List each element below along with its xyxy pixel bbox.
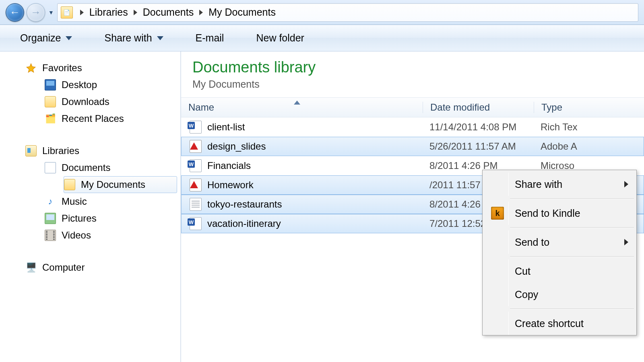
music-icon: ♪ (45, 196, 56, 207)
breadcrumb-item[interactable]: Documents (143, 6, 194, 18)
chevron-down-icon (157, 36, 163, 40)
recent-icon: 🗂️ (45, 113, 56, 124)
ctx-share-with[interactable]: Share with (483, 173, 636, 196)
forward-button[interactable]: → (27, 3, 45, 22)
button-label: E-mail (196, 32, 224, 44)
sidebar-item-desktop[interactable]: Desktop (44, 76, 177, 93)
chevron-right-icon (199, 10, 203, 15)
column-headers: Name Date modified Type (181, 97, 644, 117)
column-header-type[interactable]: Type (534, 102, 644, 113)
menu-label: Create shortcut (515, 318, 584, 329)
monitor-icon (45, 79, 56, 90)
file-name: Homework (207, 179, 254, 191)
sidebar-item-recent-places[interactable]: 🗂️ Recent Places (44, 110, 177, 127)
file-name: tokyo-restaurants (207, 199, 282, 210)
pdf-file-icon (190, 140, 202, 153)
file-date: 5/26/2011 11:57 AM (429, 141, 541, 152)
sidebar-item-my-documents[interactable]: My Documents (64, 176, 177, 193)
header-label: Type (541, 102, 562, 113)
item-label: Pictures (62, 213, 97, 224)
menu-label: Cut (515, 265, 530, 277)
button-label: Share with (104, 32, 152, 44)
separator (510, 256, 634, 257)
ctx-create-shortcut[interactable]: Create shortcut (483, 312, 636, 335)
ctx-send-to-kindle[interactable]: k Send to Kindle (483, 202, 636, 225)
item-label: Videos (62, 230, 91, 241)
breadcrumb-item[interactable]: Libraries (89, 6, 128, 18)
sidebar-item-downloads[interactable]: Downloads (44, 93, 177, 110)
word-file-icon (190, 121, 202, 134)
sidebar-item-documents[interactable]: Documents (44, 159, 177, 176)
picture-icon (45, 213, 56, 224)
item-label: My Documents (81, 179, 145, 190)
separator (510, 227, 634, 228)
button-label: New folder (256, 32, 304, 44)
item-label: Downloads (62, 96, 109, 107)
file-name: vacation-itinerary (207, 218, 281, 229)
favorites-group[interactable]: Favorites (25, 60, 177, 76)
email-button[interactable]: E-mail (196, 32, 224, 44)
item-label: Desktop (62, 79, 97, 90)
separator (510, 309, 634, 309)
menu-label: Copy (515, 289, 538, 300)
document-icon (45, 162, 56, 173)
group-label: Favorites (42, 62, 82, 74)
library-subtitle: My Documents (192, 78, 644, 90)
menu-label: Send to Kindle (515, 208, 580, 219)
file-name: Financials (207, 160, 251, 171)
header-label: Name (188, 102, 214, 113)
item-label: Computer (42, 262, 85, 273)
folder-icon (45, 96, 56, 107)
history-dropdown[interactable]: ▼ (48, 9, 54, 16)
library-title: Documents library (192, 59, 644, 76)
sidebar-item-videos[interactable]: Videos (44, 227, 177, 244)
navigation-pane: Favorites Desktop Downloads 🗂️ Recent Pl… (0, 51, 181, 362)
sort-ascending-icon (294, 101, 300, 105)
folder-icon (64, 179, 75, 190)
new-folder-button[interactable]: New folder (256, 32, 304, 44)
share-with-button[interactable]: Share with (104, 32, 163, 44)
arrow-left-icon: ← (10, 6, 20, 19)
button-label: Organize (20, 32, 61, 44)
file-type: Rich Tex (541, 121, 644, 133)
menu-label: Send to (515, 237, 549, 248)
ctx-send-to[interactable]: Send to (483, 230, 636, 254)
file-type: Adobe A (541, 141, 644, 152)
address-bar: ← → ▼ Libraries Documents My Documents (0, 0, 644, 25)
command-bar: Organize Share with E-mail New folder (0, 25, 644, 51)
star-icon (25, 62, 37, 74)
computer-icon: 🖥️ (25, 262, 37, 273)
sidebar-item-pictures[interactable]: Pictures (44, 210, 177, 227)
chevron-right-icon (624, 181, 628, 187)
sidebar-item-music[interactable]: ♪ Music (44, 193, 177, 210)
separator (510, 198, 634, 199)
column-header-name[interactable]: Name (181, 102, 423, 113)
breadcrumb-item[interactable]: My Documents (208, 6, 276, 18)
item-label: Music (62, 196, 87, 207)
file-name: design_slides (207, 141, 266, 152)
content-pane: Documents library My Documents Name Date… (181, 51, 644, 362)
context-menu: Share with k Send to Kindle Send to Cut (482, 170, 637, 335)
breadcrumb[interactable]: Libraries Documents My Documents (57, 3, 638, 22)
txt-file-icon (190, 198, 202, 211)
column-header-date[interactable]: Date modified (423, 102, 534, 113)
libraries-group[interactable]: Libraries (25, 142, 177, 159)
ctx-cut[interactable]: Cut (483, 259, 636, 283)
file-name: client-list (207, 121, 245, 133)
menu-label: Share with (515, 179, 562, 190)
libraries-icon (25, 145, 37, 156)
folder-icon (61, 6, 73, 19)
word-file-icon (190, 159, 202, 172)
back-button[interactable]: ← (6, 3, 24, 22)
chevron-down-icon (66, 36, 72, 40)
file-row[interactable]: design_slides5/26/2011 11:57 AMAdobe A (181, 137, 644, 156)
kindle-icon: k (491, 207, 504, 220)
ctx-copy[interactable]: Copy (483, 283, 636, 306)
chevron-right-icon (134, 10, 137, 15)
video-icon (45, 230, 56, 241)
organize-button[interactable]: Organize (20, 32, 72, 44)
file-row[interactable]: client-list11/14/2011 4:08 PMRich Tex (181, 117, 644, 137)
sidebar-item-computer[interactable]: 🖥️ Computer (25, 259, 177, 276)
arrow-right-icon: → (31, 6, 41, 19)
chevron-right-icon (624, 239, 628, 245)
